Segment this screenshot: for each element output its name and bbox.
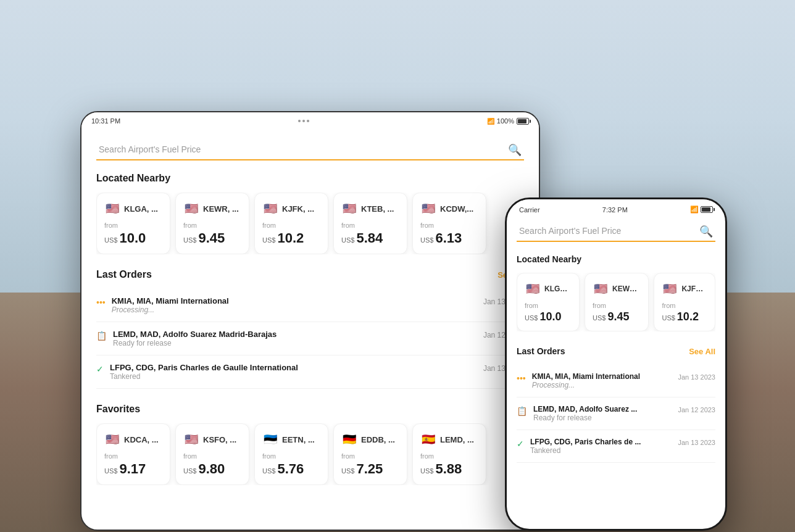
phone-search-container: 🔍 xyxy=(517,221,715,242)
phone-device: Carrier 7:32 PM 📶 🔍 Located Nearby 🇺🇸 KL… xyxy=(505,197,727,531)
price-value: 10.2 xyxy=(277,230,304,246)
tablet-search-button[interactable]: 🔍 xyxy=(508,143,522,157)
dot3 xyxy=(307,120,309,122)
order-details: LEMD, MAD, Adolfo Suarez Madrid-Barajas … xyxy=(113,330,277,347)
airport-card[interactable]: 🇺🇸 KJFK, ... from US$ 10.2 xyxy=(254,193,328,254)
order-name: KMIA, MIA, Miami International xyxy=(532,372,640,381)
from-label: from xyxy=(104,222,162,229)
dot1 xyxy=(298,120,301,122)
from-label: from xyxy=(104,452,162,460)
phone-see-all[interactable]: See All xyxy=(689,347,715,356)
order-item[interactable]: 📋 LEMD, MAD, Adolfo Suarez Madrid-Baraja… xyxy=(96,322,524,355)
airport-card[interactable]: 🇺🇸 KLGA, ... from US$ 10.0 xyxy=(517,273,580,331)
order-left: 📋 LEMD, MAD, Adolfo Suarez Madrid-Baraja… xyxy=(96,330,277,347)
price-row: US$ 5.88 xyxy=(420,461,478,477)
phone-search-button[interactable]: 🔍 xyxy=(699,225,713,238)
price-row: US$ 5.76 xyxy=(262,461,320,477)
price-value: 10.0 xyxy=(539,310,561,323)
airport-card[interactable]: 🇪🇸 LEMD, ... from US$ 5.88 xyxy=(412,423,486,485)
order-status-icon: ✓ xyxy=(517,438,524,449)
phone-status-right: 📶 xyxy=(690,206,713,214)
from-label: from xyxy=(420,452,478,460)
order-left: ✓ LFPG, CDG, Paris Charles de Gaulle Int… xyxy=(96,363,298,381)
phone-time: 7:32 PM xyxy=(602,206,628,214)
airport-card[interactable]: 🇺🇸 KDCA, ... from US$ 9.17 xyxy=(96,423,170,485)
tablet-status-right: 📶 100% xyxy=(487,117,529,125)
order-date: Jan 12 2023 xyxy=(678,406,715,414)
tablet-device: 10:31 PM 📶 100% 🔍 Located Nearby 🇺🇸 KLGA… xyxy=(80,111,540,531)
battery-icon xyxy=(517,118,529,125)
airport-card[interactable]: 🇺🇸 KCDW,... from US$ 6.13 xyxy=(412,193,486,254)
tablet-orders-list: ••• KMIA, MIA, Miami International Proce… xyxy=(96,289,524,389)
price-value: 6.13 xyxy=(435,230,462,246)
order-item[interactable]: ••• KMIA, MIA, Miami International Proce… xyxy=(96,289,524,322)
order-details: KMIA, MIA, Miami International Processin… xyxy=(112,296,229,314)
airport-card[interactable]: 🇪🇪 EETN, ... from US$ 5.76 xyxy=(254,423,328,485)
order-status: Ready for release xyxy=(113,339,277,347)
order-item[interactable]: ✓ LFPG, CDG, Paris Charles de Gaulle Int… xyxy=(96,355,524,389)
price-value: 10.0 xyxy=(119,230,146,246)
phone-search-input[interactable] xyxy=(517,221,715,242)
flag-name: 🇺🇸 KCDW,... xyxy=(420,201,478,217)
price-row: US$ 5.84 xyxy=(341,230,399,246)
airport-card[interactable]: 🇺🇸 KJFK, ... from US$ 10.2 xyxy=(654,273,715,331)
from-label: from xyxy=(183,222,241,229)
airport-card[interactable]: 🇺🇸 KLGA, ... from US$ 10.0 xyxy=(96,193,170,254)
flag-icon: 🇺🇸 xyxy=(420,201,436,217)
airport-card[interactable]: 🇺🇸 KEWR, ... from US$ 9.45 xyxy=(175,193,249,254)
flag-name: 🇪🇪 EETN, ... xyxy=(262,431,320,447)
tablet-dots xyxy=(298,120,309,122)
order-date: Jan 13 2023 xyxy=(678,373,715,381)
price-row: US$ 10.2 xyxy=(662,310,707,323)
from-label: from xyxy=(593,302,641,309)
order-status: Tankered xyxy=(110,372,298,381)
price-row: US$ 9.80 xyxy=(183,461,241,477)
flag-icon: 🇺🇸 xyxy=(525,281,541,297)
order-name: KMIA, MIA, Miami International xyxy=(112,296,229,305)
tablet-favorites-title: Favorites xyxy=(96,404,524,415)
airport-code: KEWR, ... xyxy=(612,285,641,293)
from-label: from xyxy=(341,452,399,460)
order-item[interactable]: ✓ LFPG, CDG, Paris Charles de ... Tanker… xyxy=(517,430,715,463)
from-label: from xyxy=(662,302,707,309)
currency-label: US$ xyxy=(662,314,675,322)
tablet-nearby-cards: 🇺🇸 KLGA, ... from US$ 10.0 🇺🇸 KEWR, ... … xyxy=(96,193,524,254)
dot2 xyxy=(302,120,305,122)
from-label: from xyxy=(525,302,572,309)
airport-card[interactable]: 🇺🇸 KSFO, ... from US$ 9.80 xyxy=(175,423,249,485)
order-status-icon: 📋 xyxy=(517,405,527,417)
flag-icon: 🇺🇸 xyxy=(593,281,609,297)
tablet-search-input[interactable] xyxy=(96,139,524,160)
order-status: Tankered xyxy=(530,446,641,455)
currency-label: US$ xyxy=(183,467,196,475)
flag-name: 🇪🇸 LEMD, ... xyxy=(420,431,478,447)
from-label: from xyxy=(420,222,478,229)
price-row: US$ 6.13 xyxy=(420,230,478,246)
airport-code: KJFK, ... xyxy=(282,204,314,214)
currency-label: US$ xyxy=(341,467,354,475)
flag-icon: 🇩🇪 xyxy=(341,431,357,447)
phone-nearby-title: Located Nearby xyxy=(517,254,715,264)
airport-card[interactable]: 🇺🇸 KTEB, ... from US$ 5.84 xyxy=(333,193,407,254)
order-status: Ready for release xyxy=(533,414,637,422)
from-label: from xyxy=(341,222,399,229)
airport-code: KDCA, ... xyxy=(124,435,159,444)
from-label: from xyxy=(262,452,320,460)
order-left: 📋 LEMD, MAD, Adolfo Suarez ... Ready for… xyxy=(517,405,637,422)
order-item[interactable]: 📋 LEMD, MAD, Adolfo Suarez ... Ready for… xyxy=(517,397,715,430)
currency-label: US$ xyxy=(341,236,354,244)
price-value: 5.84 xyxy=(356,230,383,246)
airport-card[interactable]: 🇺🇸 KEWR, ... from US$ 9.45 xyxy=(585,273,649,331)
order-details: LFPG, CDG, Paris Charles de Gaulle Inter… xyxy=(110,363,298,381)
price-row: US$ 10.0 xyxy=(104,230,162,246)
currency-label: US$ xyxy=(183,236,196,244)
airport-card[interactable]: 🇩🇪 EDDB, ... from US$ 7.25 xyxy=(333,423,407,485)
tablet-orders-header: Last Orders See All xyxy=(96,269,524,280)
flag-name: 🇺🇸 KEWR, ... xyxy=(183,201,241,217)
order-left: ••• KMIA, MIA, Miami International Proce… xyxy=(96,296,229,314)
flag-name: 🇺🇸 KLGA, ... xyxy=(525,281,572,297)
order-item[interactable]: ••• KMIA, MIA, Miami International Proce… xyxy=(517,365,715,397)
currency-label: US$ xyxy=(262,467,275,475)
order-details: KMIA, MIA, Miami International Processin… xyxy=(532,372,640,389)
order-name: LEMD, MAD, Adolfo Suarez Madrid-Barajas xyxy=(113,330,277,339)
